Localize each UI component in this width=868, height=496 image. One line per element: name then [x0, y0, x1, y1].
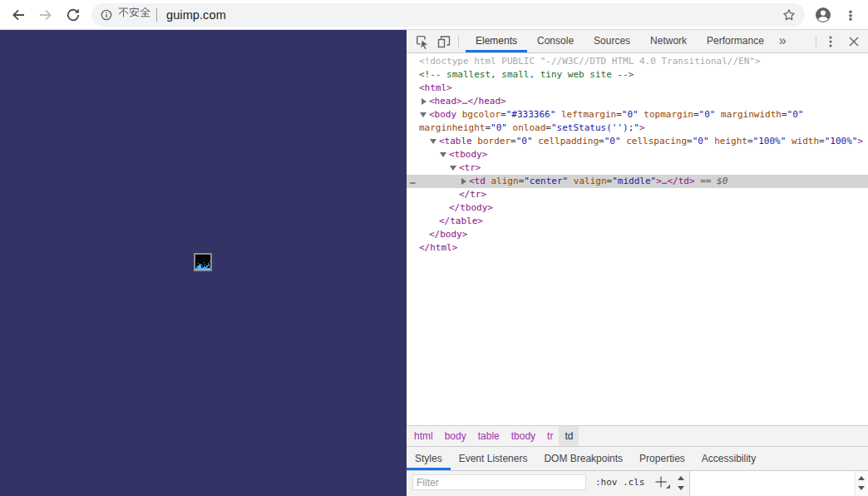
dom-tree-row[interactable]: <html>: [407, 82, 868, 95]
bookmark-star-button[interactable]: [782, 8, 796, 22]
dom-node-text: =: [687, 136, 693, 146]
dom-tree-row[interactable]: </html>: [407, 241, 868, 255]
dom-node-text: >: [639, 122, 645, 133]
dom-node-text: "0": [699, 109, 716, 120]
dom-node-text: "100%": [825, 136, 858, 146]
node-options-ellipsis[interactable]: …: [410, 175, 415, 188]
scroll-up-arrow-icon[interactable]: [858, 476, 865, 480]
tiny-site-image[interactable]: [194, 253, 212, 271]
inspect-element-button[interactable]: [415, 34, 430, 49]
dom-node-text: =: [616, 109, 622, 120]
dom-node-text: >: [656, 176, 662, 186]
breadcrumb-item-body[interactable]: body: [439, 426, 472, 446]
dom-tree-row[interactable]: </body>: [407, 228, 868, 241]
sidebar-tab-styles[interactable]: Styles: [407, 447, 451, 470]
sidebar-tab-dom-breakpoints[interactable]: DOM Breakpoints: [535, 447, 631, 470]
dom-node-text: <table: [439, 136, 472, 146]
dom-node-text: </html>: [419, 242, 457, 253]
url-host[interactable]: guimp.com: [166, 3, 226, 27]
dom-node-text: marginwidth: [715, 109, 781, 120]
dom-node-text: <td: [469, 176, 486, 186]
dom-tree-row[interactable]: </table>: [407, 215, 868, 228]
expand-arrow-icon[interactable]: [461, 178, 466, 185]
dom-tree-row[interactable]: </tr>: [407, 188, 868, 201]
toolbar-divider: [816, 36, 816, 47]
dom-tree-row[interactable]: <body bgcolor="#333366" leftmargin="0" t…: [407, 108, 868, 122]
dom-node-text: border: [472, 136, 510, 146]
breadcrumb-item-tr[interactable]: tr: [541, 426, 559, 446]
pseudo-class-toggle[interactable]: :hov: [595, 471, 618, 494]
devtools-tabs: ElementsConsoleSourcesNetworkPerformance…: [466, 30, 792, 52]
dom-tree-row[interactable]: marginheight="0" onload="setStatus('');"…: [407, 122, 868, 135]
dom-node-text: =: [501, 109, 506, 120]
dom-tree-row[interactable]: <table border="0" cellpadding="0" cellsp…: [407, 135, 868, 148]
back-button[interactable]: [10, 7, 27, 23]
breadcrumb-item-tbody[interactable]: tbody: [506, 426, 541, 446]
collapse-arrow-icon[interactable]: [430, 139, 436, 144]
inspect-cursor-icon: [415, 34, 430, 49]
dom-tree: <!doctype html PUBLIC "-//W3C//DTD HTML …: [407, 53, 868, 425]
reload-icon: [65, 7, 81, 23]
dom-node-text: "setStatus('');": [551, 122, 639, 133]
computed-styles-pane: [690, 471, 868, 496]
cjk-not-secure-text: [119, 7, 150, 17]
dom-tree-row[interactable]: <!doctype html PUBLIC "-//W3C//DTD HTML …: [407, 55, 868, 68]
dom-node-text: =: [545, 122, 551, 133]
browser-menu-button[interactable]: [844, 7, 857, 23]
breadcrumb-item-html[interactable]: html: [408, 426, 439, 446]
scroll-down-arrow-icon[interactable]: [678, 486, 684, 490]
dom-node-text: cellspacing: [621, 136, 687, 146]
reload-button[interactable]: [65, 7, 81, 23]
dom-node-text: <!-- smallest, small, tiny web site -->: [419, 69, 634, 80]
dom-node-text: =: [693, 109, 699, 120]
page-viewport[interactable]: [0, 30, 407, 496]
dom-tree-row-selected[interactable]: …<td align="center" valign="middle">…</t…: [407, 175, 868, 188]
breadcrumb-item-table[interactable]: table: [472, 426, 506, 446]
devtools-menu-button[interactable]: [823, 34, 838, 49]
devtools-tab-performance[interactable]: Performance: [697, 30, 774, 52]
expand-arrow-icon[interactable]: [422, 98, 427, 105]
element-class-toggle[interactable]: .cls: [623, 471, 645, 494]
devtools-panel: ElementsConsoleSourcesNetworkPerformance…: [407, 30, 868, 496]
dom-tree-row[interactable]: <!-- smallest, small, tiny web site -->: [407, 68, 868, 82]
devtools-tab-console[interactable]: Console: [527, 30, 584, 52]
info-icon[interactable]: [101, 9, 112, 21]
scrollbar[interactable]: [855, 471, 868, 496]
scroll-down-arrow-icon[interactable]: [858, 486, 865, 490]
sidebar-tab-accessibility[interactable]: Accessibility: [693, 447, 764, 470]
profile-avatar-button[interactable]: [815, 7, 831, 23]
sidebar-tab-properties[interactable]: Properties: [631, 447, 693, 470]
breadcrumb: htmlbodytabletbodytrtd: [407, 425, 868, 447]
dom-node-text: =: [747, 136, 753, 146]
styles-filter-input[interactable]: [412, 474, 586, 490]
dom-node-text: "0": [787, 109, 804, 120]
url-bar[interactable]: guimp.com: [91, 3, 805, 27]
dom-node-text: width: [786, 136, 819, 146]
dom-node-text: align: [486, 176, 519, 186]
dom-node-text: <body: [429, 109, 456, 120]
dom-node-text: =: [782, 109, 787, 120]
forward-button[interactable]: [37, 7, 54, 23]
dom-tree-row[interactable]: <tr>: [407, 161, 868, 175]
security-label-glyphs: [118, 7, 151, 24]
devtools-tab-elements[interactable]: Elements: [466, 30, 527, 52]
dom-tree-row[interactable]: </tbody>: [407, 201, 868, 215]
dom-tree-row[interactable]: <head>…</head>: [407, 95, 868, 108]
dom-node-text: "0": [693, 136, 709, 146]
breadcrumb-item-td[interactable]: td: [559, 426, 579, 446]
more-tabs-chevron-icon[interactable]: »: [774, 30, 792, 52]
devtools-tab-sources[interactable]: Sources: [584, 30, 640, 52]
collapse-arrow-icon[interactable]: [440, 152, 446, 157]
dom-node-text: cellpadding: [533, 136, 599, 146]
dom-node-text: valign: [568, 176, 606, 186]
devtools-tab-network[interactable]: Network: [640, 30, 697, 52]
toggle-device-toolbar-button[interactable]: [436, 34, 451, 49]
collapse-arrow-icon[interactable]: [450, 166, 456, 171]
scroll-up-arrow-icon[interactable]: [678, 476, 684, 480]
collapse-arrow-icon[interactable]: [420, 112, 427, 117]
dom-node-text: "100%": [753, 136, 787, 146]
browser-toolbar: guimp.com: [0, 0, 868, 30]
sidebar-tab-event-listeners[interactable]: Event Listeners: [451, 447, 536, 470]
devtools-close-button[interactable]: [846, 34, 861, 49]
dom-tree-row[interactable]: <tbody>: [407, 148, 868, 161]
